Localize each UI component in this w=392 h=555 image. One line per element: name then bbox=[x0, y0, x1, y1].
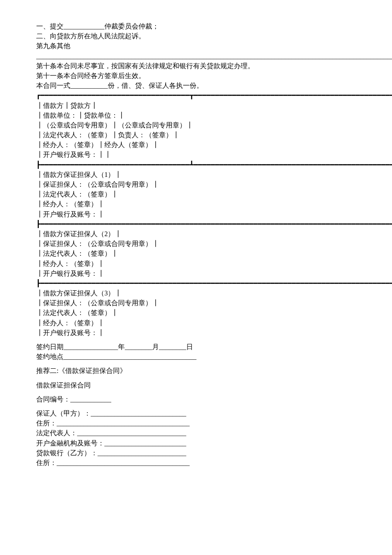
table-1-row: ┃（公章或合同专用章）┃（公章或合同专用章）┃ bbox=[36, 120, 356, 130]
table-2-row: ┃开户银行及账号：┃ bbox=[36, 209, 356, 219]
table-4-row: ┃保证担保人：（公章或合同专用章）┃ bbox=[36, 298, 356, 308]
table-2-row: ┃借款方保证担保人（1）┃ bbox=[36, 170, 356, 179]
table-1-row: ┃法定代表人：（签章）┃负责人：（签章）┃ bbox=[36, 130, 356, 140]
guarantor-party-a: 保证人（甲方）：____________________________ bbox=[36, 408, 356, 418]
table-2-row: ┃法定代表人：（签章）┃ bbox=[36, 189, 356, 199]
lender-party-b: 贷款银行（乙方）：__________________________ bbox=[36, 448, 356, 458]
table-1-top-border: ┏━━━━━━━━━━━━━━━━━━━━━━━━━━━━━━━━━━━┳━━━… bbox=[36, 90, 356, 100]
bank-account-a: 开户金融机构及账号：________________________ bbox=[36, 438, 356, 448]
table-3-row: ┃法定代表人：（签章）┃ bbox=[36, 249, 356, 258]
sign-date: 签约日期________________年________月________日 bbox=[36, 342, 356, 352]
clause-1: 一、提交____________仲裁委员会仲裁； bbox=[36, 21, 356, 31]
table-1-row: ┃开户银行及账号：┃┃ bbox=[36, 150, 356, 159]
table-1-row: ┃借款方┃贷款方┃ bbox=[36, 101, 356, 110]
recommendation-2-heading: 推荐二:《借款保证担保合同》 bbox=[36, 366, 356, 376]
article-9-heading: 第九条其他 bbox=[36, 41, 356, 51]
legal-rep-a: 法定代表人：________________________________ bbox=[36, 428, 356, 438]
recommendation-2-title: 借款保证担保合同 bbox=[36, 380, 356, 390]
copies-line: 本合同一式___________份，借、贷、保证人各执一份。 bbox=[36, 81, 356, 90]
sign-place: 签约地点____________________________________… bbox=[36, 352, 356, 361]
table-1-row: ┃经办人：（签章）┃经办人（签章）┃ bbox=[36, 140, 356, 150]
table-4-row: ┃法定代表人：（签章）┃ bbox=[36, 308, 356, 318]
table-3-row: ┃借款方保证担保人（2）┃ bbox=[36, 229, 356, 239]
table-2-row: ┃保证担保人：（公章或合同专用章）┃ bbox=[36, 179, 356, 189]
clause-2: 二、向贷款方所在地人民法院起诉。 bbox=[36, 31, 356, 41]
table-4-row: ┃经办人：（签章）┃ bbox=[36, 318, 356, 328]
address-a: 住所：_____________________________________… bbox=[36, 418, 356, 428]
table-3-row: ┃经办人：（签章）┃ bbox=[36, 259, 356, 269]
article-10: 第十条本合同未尽事宜，按国家有关法律规定和银行有关贷款规定办理。 bbox=[36, 61, 356, 71]
table-2-top-border: ┣━━━━━━━━━━━━━━━━━━━━━━━━━━━━━━━━━━━┻━━━… bbox=[36, 160, 356, 170]
table-1-row: ┃借款单位：┃贷款单位：┃ bbox=[36, 110, 356, 120]
table-3-row: ┃保证担保人：（公章或合同专用章）┃ bbox=[36, 239, 356, 249]
address-b: 住所：_____________________________________… bbox=[36, 458, 356, 468]
table-3-row: ┃开户银行及账号：┃ bbox=[36, 269, 356, 278]
article-9-blank-line: ________________________________________… bbox=[36, 51, 356, 61]
table-3-top-border: ┣━━━━━━━━━━━━━━━━━━━━━━━━━━━━━━━━━━━━━━━… bbox=[36, 219, 356, 229]
table-4-top-border: ┣━━━━━━━━━━━━━━━━━━━━━━━━━━━━━━━━━━━━━━━… bbox=[36, 278, 356, 288]
table-2-row: ┃经办人：（签章）┃ bbox=[36, 199, 356, 209]
contract-number: 合同编号：____________ bbox=[36, 394, 356, 404]
article-11: 第十一条本合同经各方签章后生效。 bbox=[36, 71, 356, 81]
table-4-row: ┃借款方保证担保人（3）┃ bbox=[36, 288, 356, 298]
table-4-row: ┃开户银行及账号：┃ bbox=[36, 328, 356, 338]
